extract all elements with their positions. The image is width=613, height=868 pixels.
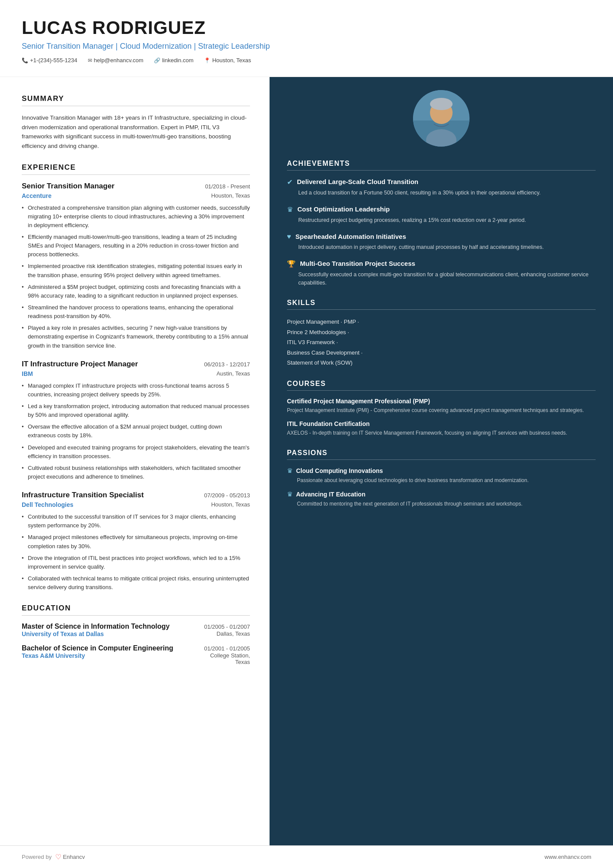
edu-masters: Master of Science in Information Technol… (22, 623, 250, 637)
course-pmp: Certified Project Management Professiona… (287, 398, 596, 414)
skill-bcd: Business Case Development · (287, 348, 596, 358)
brand-name: Enhancv (63, 854, 85, 860)
achievement-automation-title: Spearheaded Automation Initiatives (296, 232, 406, 241)
footer-section: Powered by ♡ Enhancv www.enhancv.com (0, 845, 613, 868)
candidate-title: Senior Transition Manager | Cloud Modern… (22, 41, 270, 52)
summary-text: Innovative Transition Manager with 18+ y… (22, 113, 250, 151)
bullet-item: Played a key role in presales activities… (22, 324, 250, 350)
right-column: ACHIEVEMENTS ✔ Delivered Large-Scale Clo… (270, 77, 613, 845)
skill-pm: Project Management · PMP · (287, 317, 596, 327)
job-dell: Infrastructure Transition Specialist 07/… (22, 491, 250, 592)
passion-cloud-header: ♛ Cloud Computing Innovations (287, 467, 596, 475)
passion-cloud-desc: Passionate about leveraging cloud techno… (287, 476, 596, 484)
enhancv-logo: ♡ Enhancv (55, 853, 85, 861)
job-ibm-bullets: Managed complex IT infrastructure projec… (22, 382, 250, 481)
job-ibm-location: Austin, Texas (217, 370, 250, 377)
edu-bachelors-school-row: Texas A&M University College Station,Tex… (22, 652, 250, 665)
course-itil-title: ITIL Foundation Certification (287, 420, 596, 427)
left-column: SUMMARY Innovative Transition Manager wi… (0, 77, 270, 845)
passion-education-desc: Committed to mentoring the next generati… (287, 500, 596, 508)
job-accenture-location: Houston, Texas (211, 192, 250, 199)
skill-prince2: Prince 2 Methodologies · (287, 327, 596, 337)
job-dell-bullets: Contributed to the successful transition… (22, 513, 250, 592)
achievement-cloud-title: Delivered Large-Scale Cloud Transition (297, 178, 418, 186)
job-accenture: Senior Transition Manager 01/2018 - Pres… (22, 182, 250, 350)
email-address: help@enhancv.com (94, 57, 143, 64)
skills-section-title: SKILLS (287, 299, 596, 310)
edu-bachelors-dates: 01/2001 - 01/2005 (204, 645, 250, 652)
course-pmp-desc: Project Management Institute (PMI) - Com… (287, 406, 596, 414)
location-text: Houston, Texas (212, 57, 251, 64)
footer-branding: Powered by ♡ Enhancv (22, 853, 85, 861)
job-dell-dates: 07/2009 - 05/2013 (204, 492, 250, 499)
candidate-name: LUCAS RODRIGUEZ (22, 17, 270, 38)
bullet-item: Oversaw the effective allocation of a $2… (22, 422, 250, 440)
job-accenture-header: Senior Transition Manager 01/2018 - Pres… (22, 182, 250, 191)
crown-icon: ♛ (287, 205, 293, 214)
edu-masters-degree: Master of Science in Information Technol… (22, 623, 170, 630)
job-dell-title: Infrastructure Transition Specialist (22, 491, 144, 499)
passion-cloud-icon: ♛ (287, 467, 293, 475)
bullet-item: Contributed to the successful transition… (22, 513, 250, 530)
bullet-item: Developed and executed training programs… (22, 443, 250, 461)
job-ibm-company-row: IBM Austin, Texas (22, 370, 250, 377)
job-dell-header: Infrastructure Transition Specialist 07/… (22, 491, 250, 499)
bullet-item: Implemented proactive risk identificatio… (22, 262, 250, 279)
passion-education-icon: ♛ (287, 490, 293, 498)
passion-education-title: Advancing IT Education (296, 491, 365, 498)
skill-itil: ITIL V3 Framework · (287, 337, 596, 347)
bullet-item: Administered a $5M project budget, optim… (22, 283, 250, 300)
job-ibm-dates: 06/2013 - 12/2017 (204, 361, 250, 368)
job-accenture-company-row: Accenture Houston, Texas (22, 192, 250, 199)
achievement-cost-header: ♛ Cost Optimization Leadership (287, 205, 596, 214)
job-ibm: IT Infrastructure Project Manager 06/201… (22, 360, 250, 481)
course-itil: ITIL Foundation Certification AXELOS - I… (287, 420, 596, 437)
edu-bachelors-location: College Station,Texas (210, 652, 250, 665)
email-contact: ✉ help@enhancv.com (88, 57, 143, 64)
powered-by-label: Powered by (22, 854, 52, 860)
job-dell-company: Dell Technologies (22, 501, 73, 508)
edu-masters-school-row: University of Texas at Dallas Dallas, Te… (22, 630, 250, 637)
achievement-cost-title: Cost Optimization Leadership (297, 205, 390, 214)
job-dell-location: Houston, Texas (211, 501, 250, 508)
email-icon: ✉ (88, 57, 92, 64)
contact-info: 📞 +1-(234)-555-1234 ✉ help@enhancv.com 🔗… (22, 57, 270, 64)
bullet-item: Drove the integration of ITIL best pract… (22, 554, 250, 571)
location-contact: 📍 Houston, Texas (204, 57, 251, 64)
person-svg (413, 90, 470, 147)
job-accenture-title: Senior Transition Manager (22, 182, 115, 191)
job-ibm-company: IBM (22, 370, 33, 377)
achievement-automation-header: ♥ Spearheaded Automation Initiatives (287, 232, 596, 241)
logo-heart-icon: ♡ (55, 853, 61, 861)
edu-bachelors-degree: Bachelor of Science in Computer Engineer… (22, 644, 173, 652)
footer-website: www.enhancv.com (545, 854, 591, 860)
photo-placeholder (413, 90, 470, 147)
passion-cloud: ♛ Cloud Computing Innovations Passionate… (287, 467, 596, 484)
passion-education-header: ♛ Advancing IT Education (287, 490, 596, 498)
achievement-multigeo-title: Multi-Geo Transition Project Success (300, 259, 415, 268)
achievement-multigeo-header: 🏆 Multi-Geo Transition Project Success (287, 259, 596, 268)
course-pmp-title: Certified Project Management Professiona… (287, 398, 596, 405)
summary-section-title: SUMMARY (22, 94, 250, 106)
achievement-multigeo: 🏆 Multi-Geo Transition Project Success S… (287, 259, 596, 287)
heart-icon: ♥ (287, 233, 291, 241)
experience-section-title: EXPERIENCE (22, 163, 250, 175)
passions-section-title: PASSIONS (287, 449, 596, 460)
linkedin-contact: 🔗 linkedin.com (154, 57, 193, 64)
phone-contact: 📞 +1-(234)-555-1234 (22, 57, 77, 64)
courses-section-title: COURSES (287, 380, 596, 391)
achievement-automation: ♥ Spearheaded Automation Initiatives Int… (287, 232, 596, 251)
resume-wrapper: LUCAS RODRIGUEZ Senior Transition Manage… (0, 0, 613, 868)
edu-bachelors-header: Bachelor of Science in Computer Engineer… (22, 644, 250, 652)
bullet-item: Managed complex IT infrastructure projec… (22, 382, 250, 399)
job-accenture-dates: 01/2018 - Present (205, 183, 250, 190)
location-icon: 📍 (204, 57, 210, 64)
education-section-title: EDUCATION (22, 604, 250, 616)
checkmark-icon: ✔ (287, 178, 293, 186)
edu-masters-header: Master of Science in Information Technol… (22, 623, 250, 630)
trophy-icon: 🏆 (287, 260, 296, 268)
bullet-item: Managed project milestones effectively f… (22, 533, 250, 550)
edu-masters-dates: 01/2005 - 01/2007 (204, 623, 250, 630)
bullet-item: Collaborated with technical teams to mit… (22, 574, 250, 592)
phone-icon: 📞 (22, 57, 28, 64)
